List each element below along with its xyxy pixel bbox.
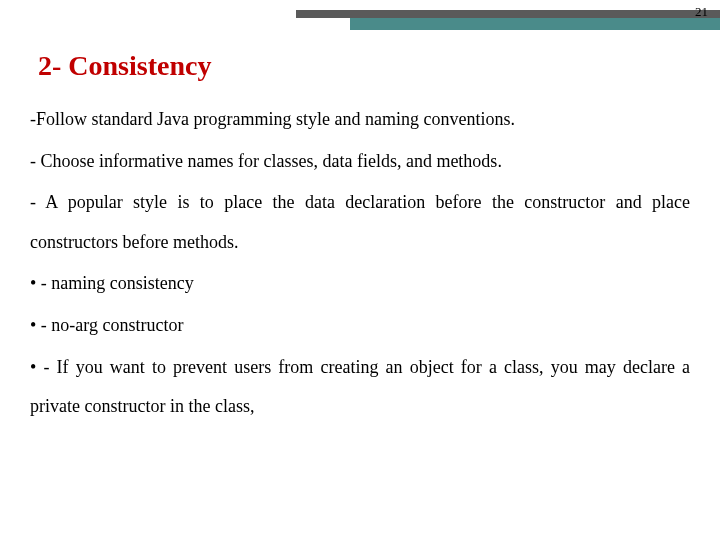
- bullet-1: • - naming consistency: [30, 264, 690, 304]
- paragraph-1: -Follow standard Java programming style …: [30, 100, 690, 140]
- paragraph-2: - Choose informative names for classes, …: [30, 142, 690, 182]
- slide-title: 2- Consistency: [0, 32, 720, 100]
- header-bar-gray: [296, 10, 720, 18]
- header-decoration: 21: [0, 0, 720, 32]
- bullet-3: • - If you want to prevent users from cr…: [30, 348, 690, 427]
- bullet-2: • - no-arg constructor: [30, 306, 690, 346]
- header-bar-teal: [350, 18, 720, 30]
- page-number: 21: [695, 4, 708, 20]
- slide-content: -Follow standard Java programming style …: [0, 100, 720, 427]
- paragraph-3: - A popular style is to place the data d…: [30, 183, 690, 262]
